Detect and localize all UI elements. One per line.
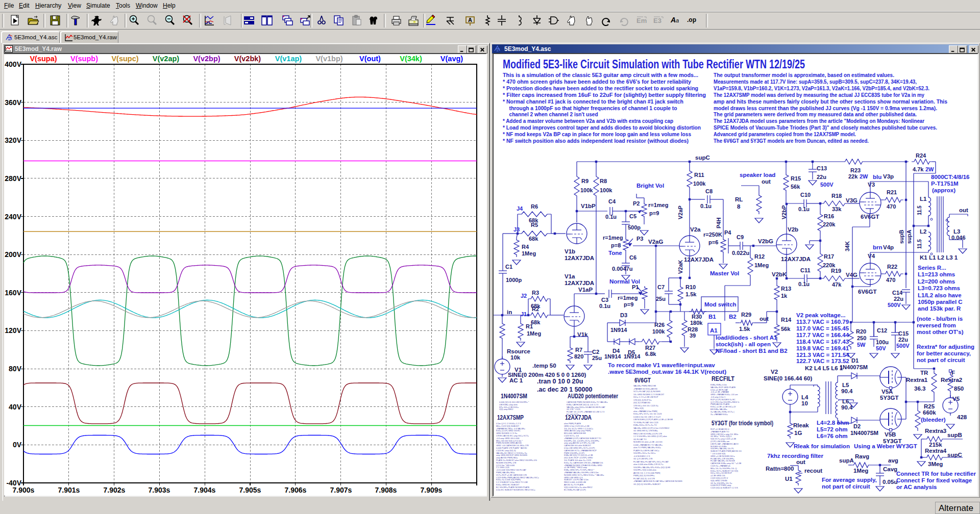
svg-text:L6=76 ohm: L6=76 ohm: [817, 433, 847, 439]
svg-text:NF/load - short B1 and B2: NF/load - short B1 and B2: [716, 348, 788, 354]
svg-text:R11: R11: [694, 172, 704, 178]
svg-text:6.8k: 6.8k: [645, 351, 656, 357]
svg-text:0.046: 0.046: [951, 235, 966, 241]
svg-text:500V: 500V: [888, 302, 901, 308]
svg-text:C13: C13: [817, 165, 827, 171]
svg-text:most other OT's): most other OT's): [917, 329, 964, 335]
svg-text:V2a: V2a: [690, 226, 701, 233]
svg-text:7.901s: 7.901s: [58, 486, 80, 494]
svg-text:ohm +PARAM 0.5m PWR(: ohm +PARAM 0.5m PWR(: [633, 410, 658, 413]
svg-text:P2: P2: [633, 200, 640, 207]
svg-text:L4: L4: [801, 394, 808, 400]
svg-text:p=8: p=8: [611, 242, 621, 248]
svg-text:L5=72 ohm: L5=72 ohm: [817, 426, 847, 432]
svg-text:8: 8: [737, 203, 741, 210]
svg-text:36.3: 36.3: [914, 386, 925, 392]
svg-text:0.1u: 0.1u: [605, 214, 617, 220]
svg-text:10k: 10k: [510, 354, 521, 361]
svg-text:L2: L2: [920, 228, 926, 235]
svg-text:.op: .op: [687, 16, 696, 23]
svg-text:0.1u: 0.1u: [798, 206, 810, 212]
svg-text:Modified 5E3-like Circuit Simu: Modified 5E3-like Circuit Simulation wit…: [503, 58, 805, 71]
svg-text:through a 1000pF so that highe: through a 1000pF so that higher frequenc…: [509, 105, 677, 111]
svg-text:avg: avg: [888, 457, 898, 464]
svg-text:L1/L2 also have: L1/L2 also have: [918, 292, 962, 298]
svg-text:C1: C1: [505, 264, 512, 270]
svg-text:The 12AX7JDA model uses parame: The 12AX7JDA model uses parameters from …: [714, 118, 924, 124]
svg-text:G1 FLOAT TO: G1 FLOAT TO: [633, 438, 647, 441]
svg-text:0.05u: 0.05u: [883, 479, 897, 485]
svg-text:C5: C5: [629, 213, 636, 219]
svg-text:R23: R23: [850, 167, 861, 173]
svg-text:The grid parameters were deriv: The grid parameters were derived from my…: [714, 111, 917, 117]
svg-text:470: 470: [886, 277, 895, 283]
svg-text:119.8 VAC = 169.41: 119.8 VAC = 169.41: [796, 345, 849, 351]
svg-text:6V6GT: 6V6GT: [858, 289, 876, 295]
svg-text:V(supa): V(supa): [30, 55, 57, 63]
svg-text:C6: C6: [629, 254, 636, 261]
svg-text:supC: supC: [695, 155, 710, 161]
svg-text:blu: blu: [873, 174, 881, 180]
svg-text:out: out: [959, 207, 968, 213]
svg-text:117.7 VAC = 166.44: 117.7 VAC = 166.44: [796, 332, 849, 338]
svg-text:p=9: p=9: [649, 210, 659, 216]
svg-text:C3: C3: [601, 297, 608, 303]
svg-text:200V: 200V: [5, 250, 21, 259]
svg-text:AUD20 potentiometer: AUD20 potentiometer: [568, 393, 618, 400]
svg-text:R30: R30: [692, 314, 702, 320]
svg-text:240V: 240V: [5, 213, 21, 221]
svg-text:B2: B2: [729, 314, 737, 320]
svg-text:7.907s: 7.907s: [330, 486, 352, 494]
svg-text:68k: 68k: [529, 236, 538, 242]
svg-text:1N4007SM: 1N4007SM: [501, 393, 527, 400]
svg-text:Em: Em: [636, 17, 647, 24]
svg-text:(note - blu/brn is: (note - blu/brn is: [917, 316, 963, 322]
svg-text:R19: R19: [831, 268, 841, 274]
svg-text:22u: 22u: [817, 174, 826, 180]
svg-text:not part of circuit: not part of circuit: [822, 483, 870, 490]
svg-text:22u: 22u: [898, 337, 908, 343]
svg-text:D3: D3: [620, 312, 627, 318]
svg-text:K2 L4 L5 L6 1: K2 L4 L5 L6 1: [805, 365, 843, 371]
svg-text:5Y3GT: 5Y3GT: [880, 395, 898, 401]
svg-text:Bright Vol: Bright Vol: [636, 183, 664, 189]
svg-text:or AC analysis: or AC analysis: [896, 484, 937, 490]
svg-text:L3=0.723 ohms: L3=0.723 ohms: [918, 285, 960, 291]
svg-text:0.5m EC SUBCKT NODES EC RE12 I: 0.5m EC SUBCKT NODES EC RE12 IGC=: [496, 489, 535, 491]
svg-text:* Normal channel #1 jack is co: * Normal channel #1 jack is connected to…: [503, 98, 683, 105]
svg-text:V(supb): V(supb): [70, 55, 98, 63]
svg-text:L4=2.8 ohm: L4=2.8 ohm: [817, 420, 849, 426]
svg-text:This is a simulation of the cl: This is a simulation of the classic 5E3 …: [503, 72, 698, 78]
svg-text:1N914: 1N914: [610, 327, 627, 333]
svg-text:V(supc): V(supc): [111, 55, 138, 63]
svg-text:FLOAT MU= FLOAT KP= IGC= FLOAT: FLOAT MU= FLOAT KP= IGC= FLOAT: [633, 460, 669, 463]
svg-text:R17: R17: [824, 253, 834, 260]
svg-text:0.1u: 0.1u: [798, 281, 810, 287]
svg-text:r=1meg: r=1meg: [648, 202, 668, 208]
svg-text:Rleak: Rleak: [793, 422, 809, 428]
svg-text:Connect F for fixed voltage: Connect F for fixed voltage: [896, 477, 972, 483]
svg-text:1 2 3 VGOFF= GG GRID (CCP) ohm: 1 2 3 VGOFF= GG GRID (CCP) ohm: [633, 435, 667, 438]
svg-text:J2: J2: [521, 293, 527, 299]
svg-text:model draws less current than: model draws less current than the publis…: [714, 105, 937, 111]
svg-text:G1 Q.9 LIM KP= 178: G1 Q.9 LIM KP= 178: [633, 457, 653, 460]
svg-text:100u: 100u: [876, 339, 889, 345]
svg-text:120V: 120V: [5, 326, 21, 335]
svg-text:Rleak for simulation: Rleak for simulation: [794, 443, 850, 449]
svg-text:7.906s: 7.906s: [285, 486, 307, 494]
svg-text:not part of circuit: not part of circuit: [917, 357, 965, 363]
svg-text:V(v2bp): V(v2bp): [193, 55, 220, 63]
svg-text:500V: 500V: [820, 182, 834, 188]
svg-text:p=6: p=6: [708, 239, 718, 245]
svg-text:Advanced grid parameters copie: Advanced grid parameters copied from the…: [714, 131, 856, 137]
svg-text:Master Vol: Master Vol: [710, 270, 739, 276]
svg-text:7.905s: 7.905s: [239, 486, 261, 494]
svg-text:L2=200 ohms: L2=200 ohms: [918, 278, 955, 285]
svg-text:Rsource: Rsource: [507, 348, 530, 354]
svg-text:R1: R1: [526, 323, 533, 329]
svg-text:V5A: V5A: [881, 389, 893, 395]
svg-text:To record make V1 wavefile=inp: To record make V1 wavefile=input.wav: [608, 362, 715, 368]
svg-text:supA: supA: [839, 457, 854, 464]
svg-text:180k: 180k: [690, 320, 703, 326]
svg-text:KG1= KP= VCT= 1G; G1 C123: KG1= KP= VCT= 1G; G1 C123: [633, 413, 662, 415]
